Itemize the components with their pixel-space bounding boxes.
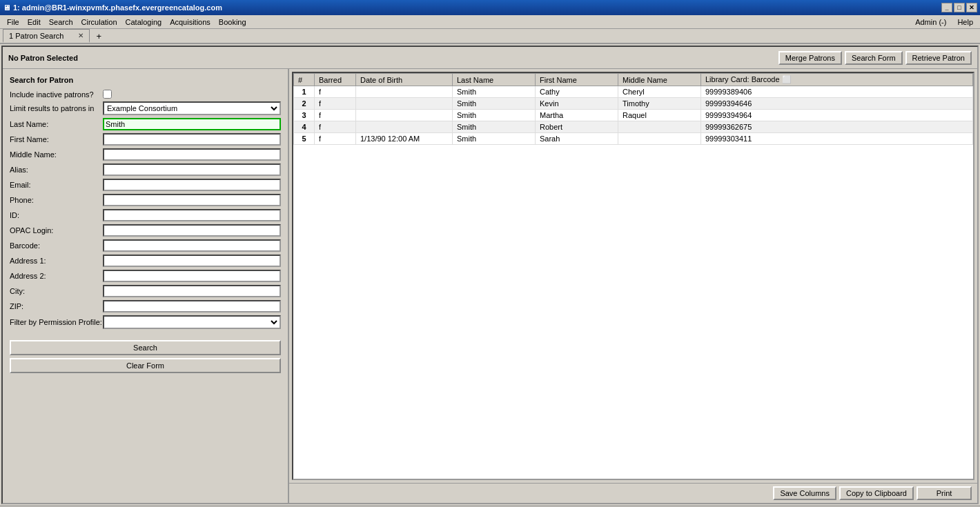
middle-name-row: Middle Name: bbox=[10, 148, 281, 161]
opac-login-row: OPAC Login: bbox=[10, 224, 281, 237]
menu-search[interactable]: Search bbox=[45, 17, 77, 28]
restore-button[interactable]: □ bbox=[954, 3, 965, 12]
permission-profile-select[interactable] bbox=[103, 315, 281, 329]
col-barcode-header[interactable]: Library Card: Barcode ⬜ bbox=[701, 74, 973, 86]
email-row: Email: bbox=[10, 179, 281, 191]
col-firstname-header[interactable]: First Name bbox=[536, 74, 618, 86]
cell-barred: f bbox=[315, 86, 356, 98]
email-input[interactable] bbox=[103, 179, 281, 191]
col-dob-header[interactable]: Date of Birth bbox=[356, 74, 453, 86]
zip-label: ZIP: bbox=[10, 302, 103, 310]
col-middlename-header[interactable]: Middle Name bbox=[618, 74, 701, 86]
title-bar-left: 🖥 1: admin@BR1-winxpvmfx.phasefx.evergre… bbox=[3, 3, 222, 12]
cell-num: 4 bbox=[294, 121, 315, 133]
cell-last: Smith bbox=[453, 121, 536, 133]
col-barred-header[interactable]: Barred bbox=[315, 74, 356, 86]
menu-bar: File Edit Search Circulation Cataloging … bbox=[0, 15, 980, 29]
table-row[interactable]: 1 f Smith Cathy Cheryl 99999389406 bbox=[294, 86, 973, 98]
menu-acquisitions[interactable]: Acquisitions bbox=[166, 17, 215, 28]
address2-row: Address 2: bbox=[10, 270, 281, 282]
menu-help[interactable]: Help bbox=[953, 17, 977, 28]
table-row[interactable]: 4 f Smith Robert 99999362675 bbox=[294, 121, 973, 133]
retrieve-patron-button[interactable]: Retrieve Patron bbox=[905, 51, 972, 65]
table-row[interactable]: 5 f 1/13/90 12:00 AM Smith Sarah 9999930… bbox=[294, 133, 973, 145]
tab-bar: 1 Patron Search ✕ + bbox=[0, 29, 980, 44]
middle-name-input[interactable] bbox=[103, 148, 281, 161]
cell-barcode: 99999394964 bbox=[701, 110, 973, 121]
zip-input[interactable] bbox=[103, 300, 281, 312]
copy-clipboard-button[interactable]: Copy to Clipboard bbox=[839, 486, 914, 500]
menu-circulation[interactable]: Circulation bbox=[77, 17, 121, 28]
zip-row: ZIP: bbox=[10, 300, 281, 312]
barcode-row: Barcode: bbox=[10, 239, 281, 252]
col-lastname-header[interactable]: Last Name bbox=[453, 74, 536, 86]
address1-row: Address 1: bbox=[10, 255, 281, 267]
menu-file[interactable]: File bbox=[3, 17, 23, 28]
clear-form-button[interactable]: Clear Form bbox=[10, 358, 281, 373]
first-name-input[interactable] bbox=[103, 133, 281, 146]
city-input[interactable] bbox=[103, 285, 281, 297]
cell-barred: f bbox=[315, 121, 356, 133]
cell-first: Robert bbox=[536, 121, 618, 133]
results-table-container: # Barred Date of Birth Last Name First N… bbox=[292, 72, 974, 480]
last-name-row: Last Name: bbox=[10, 118, 281, 130]
cell-middle: Timothy bbox=[618, 98, 701, 110]
opac-login-label: OPAC Login: bbox=[10, 226, 103, 235]
permission-profile-label: Filter by Permission Profile: bbox=[10, 318, 103, 326]
search-panel-title: Search for Patron bbox=[10, 76, 281, 84]
menu-edit[interactable]: Edit bbox=[23, 17, 45, 28]
print-button[interactable]: Print bbox=[917, 486, 972, 500]
opac-login-input[interactable] bbox=[103, 224, 281, 237]
cell-num: 1 bbox=[294, 86, 315, 98]
id-row: ID: bbox=[10, 209, 281, 221]
tab-add-button[interactable]: + bbox=[92, 30, 106, 43]
include-inactive-checkbox[interactable] bbox=[103, 90, 112, 99]
top-bar: No Patron Selected Merge Patrons Search … bbox=[3, 47, 977, 69]
address2-input[interactable] bbox=[103, 270, 281, 282]
city-row: City: bbox=[10, 285, 281, 297]
barcode-input[interactable] bbox=[103, 239, 281, 252]
cell-barcode: 99999389406 bbox=[701, 86, 973, 98]
tab-label: 1 Patron Search bbox=[9, 32, 64, 40]
table-row[interactable]: 2 f Smith Kevin Timothy 99999394646 bbox=[294, 98, 973, 110]
menu-admin[interactable]: Admin (-) bbox=[911, 17, 950, 28]
alias-input[interactable] bbox=[103, 163, 281, 176]
phone-label: Phone: bbox=[10, 196, 103, 204]
last-name-input[interactable] bbox=[103, 118, 281, 130]
minimize-button[interactable]: _ bbox=[941, 3, 952, 12]
merge-patrons-button[interactable]: Merge Patrons bbox=[778, 51, 842, 65]
search-form-button[interactable]: Search Form bbox=[845, 51, 903, 65]
menu-booking[interactable]: Booking bbox=[215, 17, 251, 28]
top-bar-buttons: Merge Patrons Search Form Retrieve Patro… bbox=[778, 51, 972, 65]
patron-status: No Patron Selected bbox=[8, 54, 78, 62]
last-name-label: Last Name: bbox=[10, 120, 103, 128]
include-inactive-label: Include inactive patrons? bbox=[10, 90, 103, 99]
alias-label: Alias: bbox=[10, 166, 103, 174]
app-icon: 🖥 bbox=[3, 3, 10, 12]
cell-dob bbox=[356, 98, 453, 110]
search-button[interactable]: Search bbox=[10, 340, 281, 355]
cell-num: 5 bbox=[294, 133, 315, 145]
tab-close-icon[interactable]: ✕ bbox=[78, 32, 84, 39]
limit-patrons-select[interactable]: Example Consortium bbox=[103, 101, 281, 115]
col-num-header[interactable]: # bbox=[294, 74, 315, 86]
menu-cataloging[interactable]: Cataloging bbox=[121, 17, 166, 28]
cell-barred: f bbox=[315, 98, 356, 110]
cell-barcode: 99999394646 bbox=[701, 98, 973, 110]
include-inactive-row: Include inactive patrons? bbox=[10, 90, 281, 99]
save-columns-button[interactable]: Save Columns bbox=[773, 486, 836, 500]
title-bar-text: 1: admin@BR1-winxpvmfx.phasefx.evergreen… bbox=[13, 3, 222, 12]
close-button[interactable]: ✕ bbox=[966, 3, 977, 12]
phone-input[interactable] bbox=[103, 194, 281, 206]
address1-input[interactable] bbox=[103, 255, 281, 267]
cell-middle bbox=[618, 121, 701, 133]
cell-middle: Cheryl bbox=[618, 86, 701, 98]
id-input[interactable] bbox=[103, 209, 281, 221]
menu-right: Admin (-) Help bbox=[911, 17, 977, 28]
tab-patron-search[interactable]: 1 Patron Search ✕ bbox=[3, 29, 90, 43]
limit-patrons-row: Limit results to patrons in Example Cons… bbox=[10, 101, 281, 115]
title-bar-controls[interactable]: _ □ ✕ bbox=[941, 3, 977, 12]
table-row[interactable]: 3 f Smith Martha Raquel 99999394964 bbox=[294, 110, 973, 121]
form-buttons: Search Clear Form bbox=[10, 340, 281, 373]
cell-first: Martha bbox=[536, 110, 618, 121]
